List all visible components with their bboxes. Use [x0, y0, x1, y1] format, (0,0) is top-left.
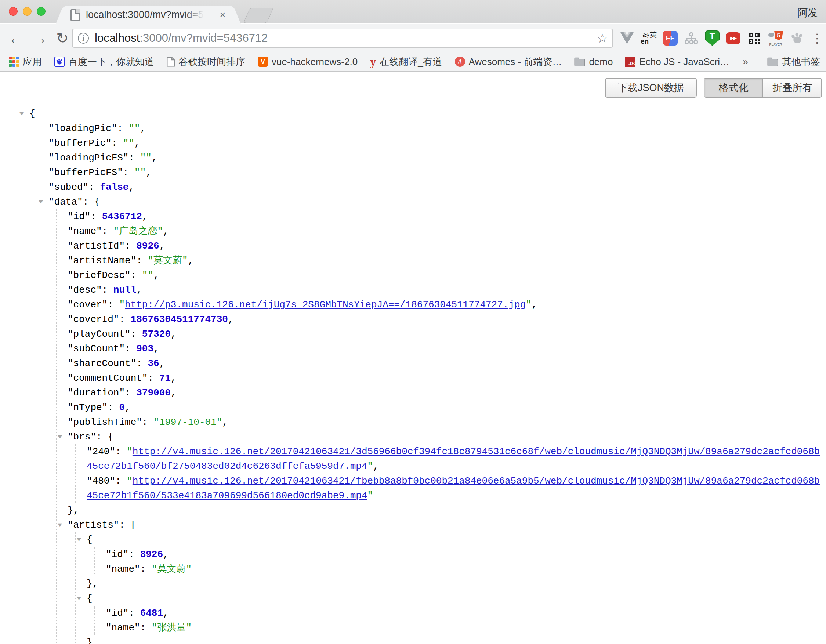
- json-key: "240": [87, 446, 115, 457]
- json-number-value: 36: [148, 358, 159, 369]
- json-url-link[interactable]: http://v4.music.126.net/20170421063421/3…: [87, 446, 820, 472]
- bookmark-item[interactable]: AAwesomes - 前端资…: [455, 56, 562, 68]
- json-key: "name": [106, 622, 140, 633]
- bookmark-item[interactable]: 百度一下，你就知道: [54, 56, 154, 68]
- new-tab-button[interactable]: [244, 8, 274, 23]
- zoom-window-button[interactable]: [37, 7, 45, 16]
- json-comma: ,: [134, 138, 140, 149]
- json-colon: :: [148, 372, 159, 384]
- json-comma: ,: [171, 387, 177, 398]
- tab-close-icon[interactable]: ×: [218, 9, 228, 20]
- json-line: ▼"data": {: [48, 195, 820, 209]
- site-info-icon[interactable]: i: [78, 33, 89, 44]
- json-key: "data": [48, 196, 83, 208]
- json-colon: :: [115, 475, 127, 486]
- vue-devtools-icon[interactable]: [620, 30, 634, 46]
- bookmarks-bar: 应用百度一下，你就知道谷歌按时间排序Vvue-hackernews-2.0y在线…: [0, 52, 826, 72]
- bookmark-item[interactable]: y在线翻译_有道: [370, 56, 442, 68]
- awesomes-icon: A: [455, 57, 465, 67]
- vue-bookmark-icon: V: [258, 57, 268, 67]
- html5-player-icon[interactable]: 5 PLAYER: [768, 30, 784, 46]
- profile-name[interactable]: 阿发: [797, 6, 818, 20]
- html5-player-label: PLAYER: [768, 43, 784, 46]
- collapse-triangle-icon[interactable]: ▼: [53, 430, 68, 445]
- json-colon: :: [129, 608, 140, 619]
- json-number-value: 0: [119, 402, 125, 413]
- collapse-triangle-icon[interactable]: ▼: [14, 107, 30, 121]
- json-string-value: "莫文蔚": [148, 255, 188, 266]
- collapse-triangle-icon[interactable]: ▼: [71, 533, 87, 548]
- json-children: "240": "http://v4.music.126.net/20170421…: [75, 444, 820, 503]
- bookmark-star-icon[interactable]: ☆: [597, 31, 608, 45]
- json-line: "240": "http://v4.music.126.net/20170421…: [87, 444, 820, 473]
- json-colon: :: [117, 123, 129, 134]
- tab-favicon-document-icon: [70, 9, 80, 21]
- json-colon: :: [136, 358, 148, 369]
- json-comma: ,: [159, 358, 165, 369]
- page-content: 下载JSON数据 格式化 折叠所有 ▼{"loadingPic": "","bu…: [0, 72, 826, 644]
- tampermonkey-icon[interactable]: T: [705, 30, 720, 46]
- json-line: },: [68, 503, 820, 518]
- back-icon[interactable]: ←: [5, 24, 27, 52]
- forward-icon[interactable]: →: [29, 24, 51, 52]
- json-colon: :: [125, 387, 136, 398]
- paw-icon[interactable]: [790, 30, 805, 46]
- json-key: "artists": [68, 520, 119, 531]
- bookmarks-overflow-chevron-icon[interactable]: »: [742, 56, 748, 68]
- collapse-triangle-icon[interactable]: ▼: [71, 591, 87, 606]
- json-number-value: 6481: [140, 608, 163, 619]
- qr-code-icon[interactable]: [747, 30, 761, 46]
- json-colon: :: [131, 270, 142, 281]
- url-text[interactable]: localhost:3000/mv?mvid=5436712: [95, 31, 268, 45]
- bookmark-item[interactable]: JSEcho JS - JavaScri…: [625, 56, 730, 68]
- browser-toolbar: ← → ↻ i localhost:3000/mv?mvid=5436712 ☆…: [0, 24, 826, 52]
- sitemap-icon[interactable]: [684, 30, 699, 46]
- json-line: "artistId": 8926,: [68, 239, 820, 253]
- bookmark-item[interactable]: demo: [574, 56, 613, 68]
- json-url-link[interactable]: http://p3.music.126.net/ijUg7s_2S8GMbTNs…: [125, 299, 526, 310]
- json-key: "duration": [68, 387, 125, 398]
- json-comma: ,: [129, 182, 134, 193]
- address-bar[interactable]: i localhost:3000/mv?mvid=5436712 ☆: [72, 29, 613, 48]
- json-line: "name": "张洪量": [106, 621, 820, 635]
- json-line: "id": 8926,: [106, 547, 820, 562]
- json-line: "nType": 0,: [68, 400, 820, 415]
- json-colon: :: [107, 402, 119, 413]
- bookmark-item[interactable]: 谷歌按时间排序: [167, 56, 245, 68]
- bookmark-list: 应用百度一下，你就知道谷歌按时间排序Vvue-hackernews-2.0y在线…: [9, 56, 730, 68]
- browser-tab[interactable]: localhost:3000/mv?mvid=543 ×: [65, 6, 231, 24]
- json-colon: :: [88, 182, 100, 193]
- json-keyword-value: false: [100, 182, 129, 193]
- json-key: "playCount": [68, 329, 131, 340]
- json-line: "coverId": 18676304511774730,: [68, 312, 820, 327]
- json-line: "cover": "http://p3.music.126.net/ijUg7s…: [68, 297, 820, 312]
- reload-icon[interactable]: ↻: [52, 24, 73, 52]
- browser-menu-icon[interactable]: ⋮: [811, 31, 820, 45]
- baidu-paw-icon: [54, 57, 65, 67]
- translate-en-glyph: en: [641, 37, 649, 45]
- translate-icon[interactable]: ⇄ 英 en: [641, 30, 657, 46]
- json-comma: ,: [163, 226, 169, 237]
- collapse-triangle-icon[interactable]: ▼: [33, 195, 48, 209]
- json-url-link[interactable]: http://v4.music.126.net/20170421063421/f…: [87, 475, 820, 501]
- json-string-quote: ": [127, 446, 132, 457]
- collapse-triangle-icon[interactable]: ▼: [53, 518, 68, 533]
- other-bookmarks-folder[interactable]: 其他书签: [767, 56, 820, 68]
- fe-extension-icon[interactable]: FE: [663, 30, 678, 46]
- json-line: "desc": null,: [68, 283, 820, 297]
- minimize-window-button[interactable]: [23, 7, 31, 16]
- bookmark-item[interactable]: Vvue-hackernews-2.0: [258, 56, 357, 68]
- json-number-value: 379000: [136, 387, 171, 398]
- json-children: "id": 8926,"name": "莫文蔚": [94, 547, 820, 576]
- json-string-value: "1997-10-01": [154, 417, 222, 428]
- bookmark-item[interactable]: 应用: [9, 56, 42, 68]
- json-number-value: 5436712: [102, 211, 142, 222]
- video-player-icon[interactable]: ▶▶: [726, 30, 741, 46]
- json-line: ▼{: [87, 591, 820, 606]
- json-key: "id": [68, 211, 90, 222]
- json-line: "loadingPicFS": "",: [48, 151, 820, 165]
- json-children: "id": 5436712,"name": "广岛之恋","artistId":…: [56, 209, 820, 644]
- json-comma: ,: [125, 402, 131, 413]
- close-window-button[interactable]: [9, 7, 18, 16]
- json-string-quote: ": [127, 475, 132, 486]
